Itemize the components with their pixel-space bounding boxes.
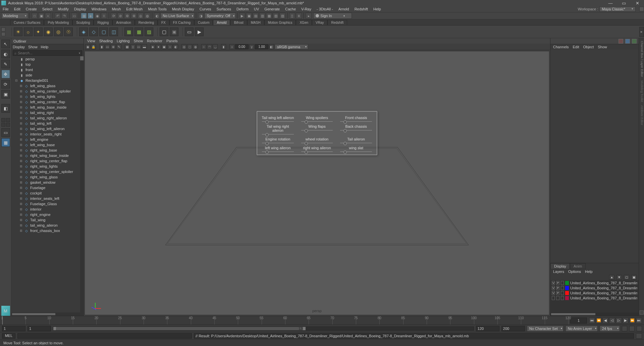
minimize-button[interactable]: — [604,0,617,6]
channel-menu-object[interactable]: Object [583,45,594,49]
outliner-item-tail-wing-left[interactable]: ⊞tail_wing_left [11,121,80,126]
curve-collector3-icon[interactable]: ▨ [145,27,153,36]
menu-v-ray[interactable]: V-Ray [299,6,314,12]
current-frame-input[interactable] [570,318,587,324]
outliner-menu-display[interactable]: Display [13,45,25,49]
hud-left-wing-aileron[interactable]: left wing aileron [261,146,295,153]
symmetry-dropdown[interactable]: Symmetry: Off [204,13,236,19]
standard-surface-icon[interactable]: ◇ [89,27,98,36]
search-dropdown-icon[interactable]: ▾ [77,52,82,55]
vp-colorspace-dropdown[interactable]: sRGB gamma [275,44,308,49]
lasso-tool[interactable]: ◐ [1,50,10,58]
layer-menu-options[interactable]: Options [568,270,581,274]
light-editor-icon[interactable]: ▨ [279,13,285,19]
new-scene-icon[interactable]: □ [32,13,38,19]
menu-display[interactable]: Display [71,6,89,12]
outliner-item-tail-wing-right[interactable]: ⊞tail_wing_right [11,110,80,115]
vp-xray-joints-icon[interactable]: ◍ [193,44,198,49]
play-back-icon[interactable]: ◁ [609,318,615,324]
vp-image-plane-icon[interactable]: ▭ [105,44,110,49]
layer-row-3[interactable]: United_Airlines_Boeing_787_8_Dreamliner_… [550,295,639,300]
outliner-item-tail-wing[interactable]: ⊞Tail_wing [11,217,80,223]
outliner-item-interior[interactable]: ⊞interior [11,207,80,212]
vp-isolate-icon[interactable]: ◎ [181,44,186,49]
single-pane-icon[interactable]: ▭ [1,128,10,137]
vp-select-camera-icon[interactable]: ◉ [85,44,90,49]
display-layers-tab[interactable]: Display [550,263,570,269]
shelf-tab-sculpting[interactable]: Sculpting [72,20,94,25]
outliner-tree[interactable]: persptopfrontside⊟Rectangle001⊞left_wing… [11,56,84,312]
vp-viewtransform-icon[interactable]: ◧ [269,44,274,49]
shelf-tab-mash[interactable]: MASH [247,20,264,25]
hud-engine-rotation[interactable]: Engine rotation [261,137,295,145]
vp-menu-shading[interactable]: Shading [99,39,113,43]
menu-deform[interactable]: Deform [234,6,251,12]
ipr-icon[interactable]: ▣ [246,13,252,19]
curve-collector2-icon[interactable]: ▩ [135,27,143,36]
light-portal-icon[interactable]: ◎ [54,27,63,36]
render-setup-icon[interactable]: ▧ [273,13,279,19]
tx-manager-icon[interactable]: ▣ [170,27,178,36]
shelf-tab-fx-caching[interactable]: FX Caching [169,20,194,25]
physical-sky-icon[interactable]: ☉ [64,27,73,36]
snap-curve-icon[interactable]: ◈ [88,13,94,19]
outliner-item-right-engine[interactable]: ⊞right_engine [11,212,80,217]
snap-point-icon[interactable]: ◉ [94,13,100,19]
outliner-item-tail-wing-left-aileron[interactable]: ⊞tail_wing_left_aileron [11,126,80,131]
history-icon[interactable]: ⟳ [111,13,117,19]
vp-gate-mask-icon[interactable]: ▬ [142,44,147,49]
standin-icon[interactable]: ▢ [99,27,108,36]
outliner-item-interior-seats-right[interactable]: ⊞interior_seats_right [11,131,80,137]
construction4-icon[interactable]: ◍ [144,13,150,19]
outliner-item-cockpit[interactable]: ⊞cockpit [11,190,80,196]
outliner-item-rectangle001[interactable]: ⊟Rectangle001 [11,78,80,83]
vp-film-gate-icon[interactable]: ▯ [130,44,136,49]
script-editor-icon[interactable] [636,333,642,339]
outliner-item-fuselage-glass[interactable]: ⊞Fuselage_Glass [11,201,80,207]
flush-cache-icon[interactable]: ▢ [160,27,168,36]
viewport[interactable]: Tail wing left aileronWing spoilersFront… [85,51,549,315]
hud-tail-wing-left-aileron[interactable]: Tail wing left aileron [261,116,295,123]
channel-menu-channels[interactable]: Channels [553,45,569,49]
mesh-light-icon[interactable]: ✦ [34,27,43,36]
outliner-item-side[interactable]: side [11,72,80,78]
channel-menu-edit[interactable]: Edit [573,45,579,49]
open-scene-icon[interactable]: ▣ [38,13,44,19]
area-light-icon[interactable]: ☀ [14,27,22,36]
anim-layers-tab[interactable]: Anim [570,263,586,269]
vp-resolution-gate-icon[interactable]: ▭ [136,44,141,49]
vp-gamma-icon[interactable]: γ [249,44,254,49]
hud-wing-slat[interactable]: wing slat [339,146,373,153]
range-end-input[interactable] [476,326,499,331]
attribute-editor-strip-label[interactable]: Attribute Editor [640,104,644,127]
go-end-icon[interactable]: ⏭ [636,318,642,324]
render-settings-icon[interactable]: ▤ [253,13,259,19]
save-scene-icon[interactable]: ▪ [45,13,51,19]
skydome-light-icon[interactable]: ☼ [24,27,33,36]
hud-wing-flaps[interactable]: Wing flaps [300,124,334,136]
layer-menu-help[interactable]: Help [585,270,593,274]
auto-key-icon[interactable] [622,326,627,331]
outliner-item-left-wing-center-flap[interactable]: ⊞left_wing_center_flap [11,99,80,105]
outliner-hscroll[interactable] [11,312,84,316]
outliner-item-left-wing-glass[interactable]: ⊞left_wing_glass [11,83,80,89]
symmetry-toggle-icon[interactable]: ◑ [198,13,204,19]
curve-collector-icon[interactable]: ▦ [124,27,133,36]
hud-wing-spoilers[interactable]: Wing spoilers [300,116,334,123]
hud-wheel-rotation[interactable]: wheel rotation [300,137,334,145]
step-fwd-icon[interactable]: ▶ [623,318,629,324]
vp-shadows-icon[interactable]: ◐ [173,44,178,49]
outliner-item-left-wing-base-inside[interactable]: ⊞left_wing_base_inside [11,105,80,110]
hypershade-icon[interactable]: ▦ [266,13,272,19]
shelf-tab-poly-modeling[interactable]: Poly Modeling [44,20,72,25]
menu-help[interactable]: Help [371,6,384,12]
channel-box-strip-label[interactable]: Channel Box / Layer Editor [640,40,644,78]
menu-curves[interactable]: Curves [197,6,214,12]
vp-menu-lighting[interactable]: Lighting [117,39,130,43]
shelf-tab-arnold[interactable]: Arnold [213,20,230,25]
select-tool[interactable]: ↖ [1,40,10,48]
vp-exposure-icon[interactable]: ☼ [229,44,234,49]
shelf-tab-animation[interactable]: Animation [112,20,135,25]
vp-grease-icon[interactable]: ✎ [116,44,121,49]
outliner-item-tail-wing-aileron[interactable]: ⊞tail_wing_aileron [11,223,80,228]
